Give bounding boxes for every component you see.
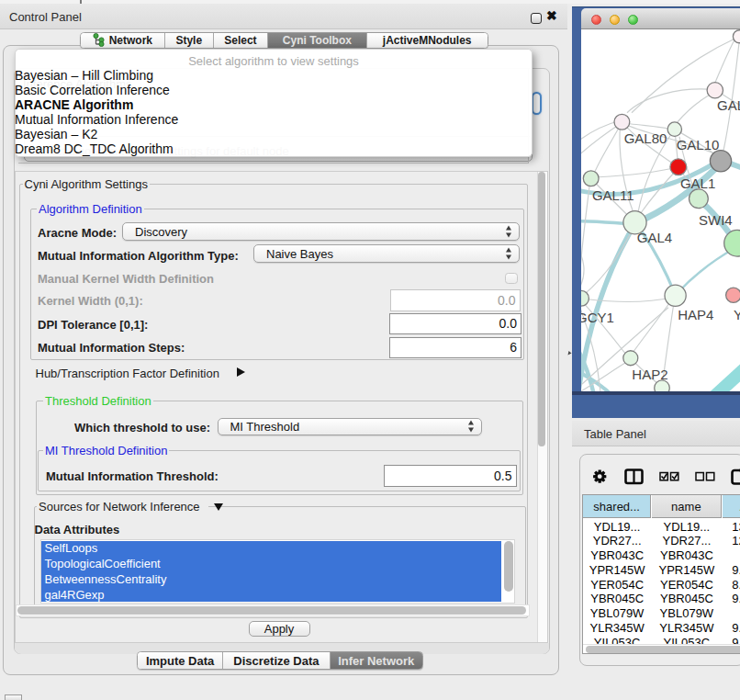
svg-text:GCY1: GCY1 — [581, 309, 614, 324]
svg-text:YP: YP — [734, 306, 740, 322]
svg-text:GAL80: GAL80 — [624, 130, 667, 145]
svg-text:GAL4: GAL4 — [637, 230, 672, 245]
svg-text:SWI4: SWI4 — [699, 212, 733, 228]
svg-text:GAL1: GAL1 — [680, 175, 715, 190]
svg-text:GAL10: GAL10 — [677, 136, 720, 152]
svg-text:GAL11: GAL11 — [592, 187, 634, 203]
svg-text:GAL7: GAL7 — [717, 96, 740, 112]
svg-text:HAP2: HAP2 — [632, 367, 667, 382]
svg-text:HAP4: HAP4 — [678, 306, 713, 322]
